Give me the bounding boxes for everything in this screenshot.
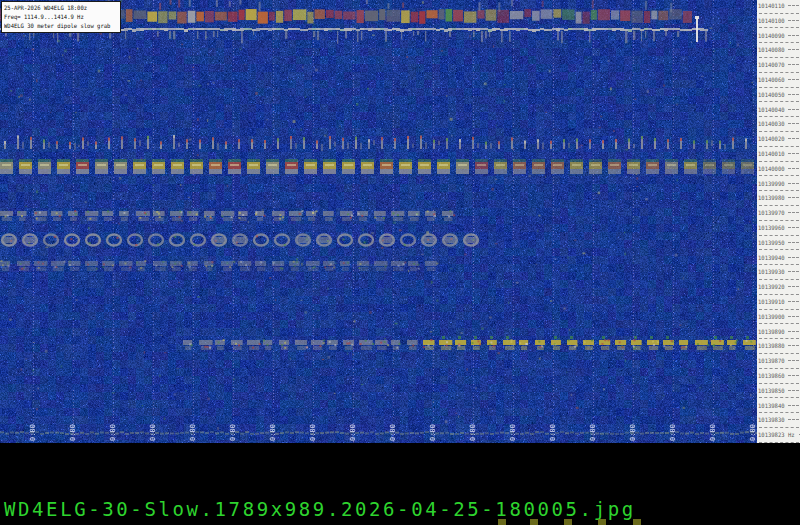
freq-minor-tick <box>759 205 799 206</box>
freq-major-tick <box>788 271 799 272</box>
artifact-mark <box>498 519 506 525</box>
freq-minor-tick <box>759 309 799 310</box>
freq-major-tick <box>788 35 799 36</box>
artifact-mark <box>530 519 538 525</box>
freq-major-tick <box>788 345 799 346</box>
freq-minor-tick <box>759 13 799 14</box>
waterfall-spectrogram-canvas <box>0 0 757 443</box>
freq-major-tick <box>788 257 799 258</box>
freq-major-tick <box>788 360 799 361</box>
freq-major-tick <box>788 331 799 332</box>
freq-minor-tick <box>759 412 799 413</box>
freq-minor-tick <box>759 42 799 43</box>
freq-major-tick <box>788 375 799 376</box>
freq-minor-tick <box>759 101 799 102</box>
freq-minor-tick <box>759 383 799 384</box>
freq-major-tick <box>788 79 799 80</box>
freq-major-tick <box>788 212 799 213</box>
freq-minor-tick <box>759 175 799 176</box>
freq-major-tick <box>788 168 799 169</box>
freq-minor-tick <box>759 235 799 236</box>
freq-minor-tick <box>759 338 799 339</box>
freq-major-tick <box>788 123 799 124</box>
freq-major-tick <box>788 153 799 154</box>
freq-minor-tick <box>759 368 799 369</box>
freq-minor-tick <box>759 294 799 295</box>
freq-minor-tick <box>759 57 799 58</box>
info-date-call-time: 25-APR-2026 WD4ELG 18:00z <box>4 3 109 12</box>
freq-minor-tick <box>759 87 799 88</box>
freq-minor-tick <box>759 249 799 250</box>
freq-minor-tick <box>759 397 799 398</box>
freq-major-tick <box>788 419 799 420</box>
freq-major-tick <box>788 197 799 198</box>
freq-minor-tick <box>759 323 799 324</box>
freq-minor-tick <box>759 353 799 354</box>
freq-minor-tick <box>759 131 799 132</box>
freq-major-tick <box>788 94 799 95</box>
freq-major-tick <box>788 20 799 21</box>
filename-text: WD4ELG-30-Slow.1789x989.2026-04-25-18000… <box>4 498 636 520</box>
freq-minor-tick <box>759 279 799 280</box>
frequency-scale: 1014011010140100101400901014008010140070… <box>757 0 800 443</box>
freq-major-tick <box>788 390 799 391</box>
freq-major-tick <box>788 316 799 317</box>
artifact-mark <box>598 519 606 525</box>
freq-major-tick <box>788 227 799 228</box>
freq-minor-tick <box>759 161 799 162</box>
info-freq-range: Freq= 1114.9...1414.9 Hz <box>4 12 109 21</box>
artifact-mark <box>564 519 572 525</box>
freq-minor-tick <box>759 116 799 117</box>
freq-major-tick <box>788 301 799 302</box>
freq-major-tick <box>788 138 799 139</box>
bottom-filename-bar: WD4ELG-30-Slow.1789x989.2026-04-25-18000… <box>0 443 800 525</box>
freq-minor-tick <box>759 190 799 191</box>
info-box: 25-APR-2026 WD4ELG 18:00z Freq= 1114.9..… <box>1 1 121 33</box>
freq-minor-tick <box>759 146 799 147</box>
grabber-screenshot: 25-APR-2026 WD4ELG 18:00z Freq= 1114.9..… <box>0 0 800 525</box>
freq-major-tick <box>788 405 799 406</box>
freq-minor-tick <box>759 220 799 221</box>
freq-major-tick <box>788 109 799 110</box>
artifact-mark <box>633 519 641 525</box>
freq-major-tick <box>788 286 799 287</box>
freq-major-tick <box>788 183 799 184</box>
freq-major-tick <box>788 242 799 243</box>
freq-minor-tick <box>759 427 799 428</box>
freq-major-tick <box>788 5 799 6</box>
info-antenna-desc: WD4ELG 30 meter dipole slow grab <box>4 21 109 30</box>
freq-minor-tick <box>759 72 799 73</box>
freq-minor-tick <box>759 27 799 28</box>
freq-minor-tick <box>759 264 799 265</box>
freq-major-tick <box>788 64 799 65</box>
freq-major-tick <box>788 49 799 50</box>
